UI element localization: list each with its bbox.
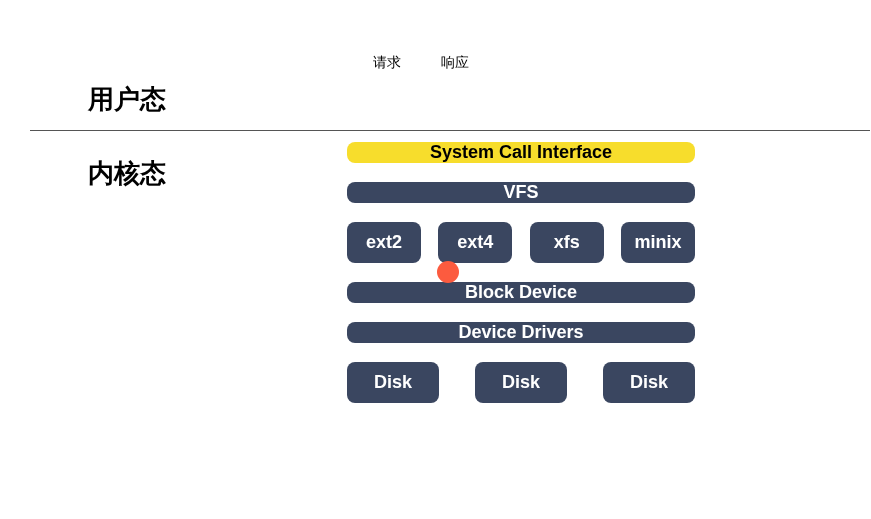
fs-ext2-box: ext2 — [347, 222, 421, 263]
fs-minix-box: minix — [621, 222, 695, 263]
fs-minix-label: minix — [634, 232, 681, 253]
response-label: 响应 — [441, 54, 469, 72]
disk-1-box: Disk — [347, 362, 439, 403]
fs-ext4-box: ext4 — [438, 222, 512, 263]
user-kernel-divider — [30, 130, 870, 131]
disk-2-label: Disk — [502, 372, 540, 393]
device-drivers-label: Device Drivers — [458, 322, 583, 343]
cursor-marker-icon — [437, 261, 459, 283]
fs-ext2-label: ext2 — [366, 232, 402, 253]
block-device-box: Block Device — [347, 282, 695, 303]
filesystem-row: ext2 ext4 xfs minix — [347, 222, 695, 263]
disk-row: Disk Disk Disk — [347, 362, 695, 403]
fs-ext4-label: ext4 — [457, 232, 493, 253]
kernel-stack: System Call Interface VFS ext2 ext4 xfs … — [347, 142, 695, 403]
top-flow-labels: 请求 响应 — [0, 54, 871, 72]
disk-2-box: Disk — [475, 362, 567, 403]
disk-1-label: Disk — [374, 372, 412, 393]
fs-xfs-label: xfs — [554, 232, 580, 253]
disk-3-label: Disk — [630, 372, 668, 393]
block-device-label: Block Device — [465, 282, 577, 303]
fs-xfs-box: xfs — [530, 222, 604, 263]
syscall-interface-box: System Call Interface — [347, 142, 695, 163]
device-drivers-box: Device Drivers — [347, 322, 695, 343]
kernel-space-label: 内核态 — [88, 156, 166, 191]
disk-3-box: Disk — [603, 362, 695, 403]
request-label: 请求 — [373, 54, 401, 72]
syscall-interface-label: System Call Interface — [430, 142, 612, 163]
vfs-box: VFS — [347, 182, 695, 203]
user-space-label: 用户态 — [88, 82, 166, 117]
vfs-label: VFS — [503, 182, 538, 203]
